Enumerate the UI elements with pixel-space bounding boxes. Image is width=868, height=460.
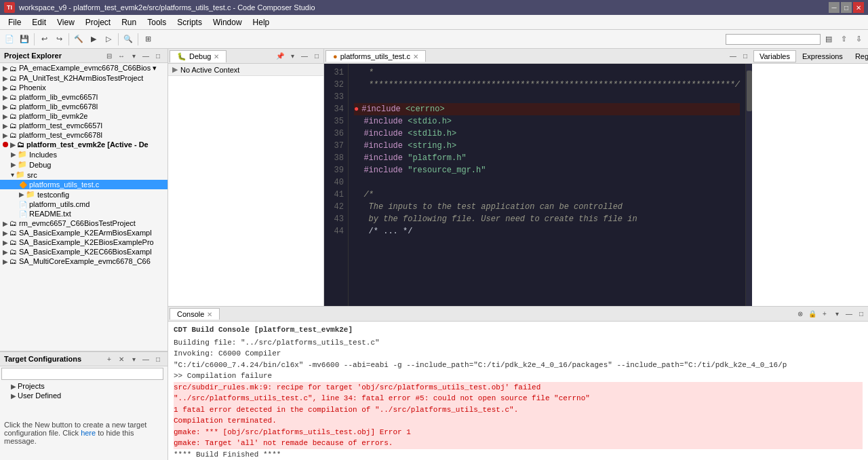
tree-item[interactable]: ▶ 🗂SA_MultiCoreExample_evmc6678_C66	[0, 256, 167, 266]
console-min-icon[interactable]: —	[844, 309, 854, 320]
tree-item[interactable]: ▶ 📁Debug	[0, 159, 167, 170]
run-button[interactable]: ▷	[102, 33, 115, 46]
console-line: **** Build Finished ****	[174, 449, 863, 461]
editor-max-icon[interactable]: □	[740, 51, 751, 62]
tree-item[interactable]: ▶ 🗂platform_lib_evmc6678l	[0, 102, 167, 111]
code-line: #include "platform.h"	[354, 152, 740, 164]
tree-item[interactable]: ▶ 🗂Phoenix	[0, 83, 167, 92]
config-max-icon[interactable]: □	[153, 353, 163, 364]
tree-item[interactable]: 📄platform_utils.cmd	[0, 199, 167, 209]
console-scroll-lock[interactable]: 🔒	[807, 309, 818, 320]
build-button[interactable]: 🔨	[72, 33, 85, 46]
debug-pin-icon[interactable]: 📌	[275, 51, 285, 62]
console-menu-icon[interactable]: ▾	[831, 309, 842, 320]
tree-item[interactable]: ▶ 🗂platform_test_evmc6678l	[0, 130, 167, 140]
new-button[interactable]: 📄	[3, 33, 16, 46]
menu-scripts[interactable]: Scripts	[172, 16, 208, 28]
editor-scrollbar[interactable]	[745, 64, 752, 306]
tree-item-label: SA_BasicExample_K2EC66BiosExampl	[19, 248, 152, 256]
code-line: *	[354, 66, 740, 79]
quick-access-input[interactable]: Quick Access	[726, 34, 821, 45]
new-config-icon[interactable]: +	[104, 353, 115, 364]
console-tab-close[interactable]: ✕	[207, 311, 212, 318]
editor-min-icon[interactable]: —	[728, 51, 738, 62]
undo-button[interactable]: ↩	[37, 33, 51, 46]
menu-edit[interactable]: Edit	[26, 16, 52, 28]
tree-item[interactable]: ▶ 🗂rm_evmc6657_C66BiosTestProject	[0, 218, 167, 228]
perspective-button[interactable]: ⊞	[141, 33, 155, 46]
console-max-icon[interactable]: □	[856, 309, 867, 320]
tree-item[interactable]: ▶ 📁testconfig	[0, 189, 167, 199]
minimize-button[interactable]: ─	[829, 2, 840, 13]
debug-tab-icons: 📌 ▾ — □	[275, 51, 322, 62]
toolbar-icon-1[interactable]: ▤	[822, 33, 835, 46]
config-min-icon[interactable]: —	[140, 353, 151, 364]
menu-file[interactable]: File	[3, 16, 26, 28]
debug-tab[interactable]: 🐛 Debug ✕	[170, 50, 226, 62]
debug-button[interactable]: ▶	[87, 33, 100, 46]
redo-button[interactable]: ↪	[52, 33, 66, 46]
expressions-tab[interactable]: Expressions	[796, 50, 849, 62]
expand-arrow-icon: ▶	[3, 239, 8, 246]
target-config-projects[interactable]: ▶ Projects	[0, 381, 167, 391]
search-button[interactable]: 🔍	[121, 33, 135, 46]
code-editor[interactable]: 3132333435363738394041424344 * *********…	[324, 64, 752, 306]
code-file-tab[interactable]: ● platforms_utils_test.c ✕	[326, 50, 426, 62]
console-line: 1 fatal error detected in the compilatio…	[174, 404, 863, 416]
console-clear-icon[interactable]: ⊗	[795, 309, 806, 320]
target-config-user-defined[interactable]: ▶ User Defined	[0, 391, 167, 400]
tree-item[interactable]: ▶ 🗂SA_BasicExample_K2EBiosExamplePro	[0, 237, 167, 247]
target-config-here-link[interactable]: here	[81, 429, 96, 437]
menu-run[interactable]: Run	[116, 16, 142, 28]
projects-label: Projects	[18, 382, 45, 390]
tree-item[interactable]: ▶ 🗂platform_test_evmc6657l	[0, 121, 167, 130]
scrollbar-thumb[interactable]	[747, 71, 752, 111]
collapse-all-icon[interactable]: ⊟	[104, 50, 115, 61]
arrow-icon: ▶	[11, 392, 16, 400]
save-button[interactable]: 💾	[18, 33, 31, 46]
toolbar-icon-2[interactable]: ⇧	[837, 33, 850, 46]
console-tab[interactable]: Console ✕	[170, 308, 220, 320]
debug-max-icon[interactable]: □	[311, 51, 322, 62]
console-new-icon[interactable]: +	[819, 309, 830, 320]
variables-tab[interactable]: Variables	[753, 50, 796, 62]
tree-item-label: README.txt	[29, 210, 71, 218]
tree-item[interactable]: ▶ 🗂platform_lib_evmk2e	[0, 111, 167, 121]
menu-tools[interactable]: Tools	[142, 16, 172, 28]
tree-item[interactable]: ▶ 🗂platform_test_evmk2e [Active - De	[0, 140, 167, 149]
minimize-view-icon[interactable]: —	[140, 50, 151, 61]
view-menu-icon[interactable]: ▾	[128, 50, 139, 61]
registers-tab[interactable]: Registers	[849, 50, 868, 62]
menu-project[interactable]: Project	[80, 16, 116, 28]
tree-item[interactable]: ▾ 📁src	[0, 170, 167, 180]
tree-item[interactable]: ▶ 🗂platform_lib_evmc6657l	[0, 92, 167, 102]
toolbar-icon-3[interactable]: ⇩	[852, 33, 865, 46]
menu-help[interactable]: Help	[248, 16, 275, 28]
tree-item[interactable]: ▶ 📁Includes	[0, 149, 167, 159]
expand-arrow-icon: ▶	[10, 141, 16, 149]
delete-config-icon[interactable]: ✕	[116, 353, 127, 364]
console-line: "C:/ti/c6000_7.4.24/bin/cl6x" -mv6600 --…	[174, 360, 863, 371]
tree-item[interactable]: ▶ 🗂SA_BasicExample_K2EArmBiosExampl	[0, 228, 167, 237]
code-content[interactable]: * **************************************…	[349, 64, 745, 306]
target-config-filter[interactable]: type filter text	[1, 368, 163, 380]
line-num: 40	[328, 176, 344, 189]
maximize-view-icon[interactable]: □	[153, 50, 163, 61]
tree-item[interactable]: 📄README.txt	[0, 209, 167, 218]
tree-item-label: platform_test_evmc6657l	[19, 121, 102, 130]
tree-item[interactable]: ▶ 🗂PA_emacExample_evmc6678_C66Bios ▾	[0, 63, 167, 73]
close-button[interactable]: ✕	[853, 2, 864, 13]
debug-min-icon[interactable]: —	[299, 51, 310, 62]
tree-item[interactable]: ▶ 🗂PA_UnitTest_K2HArmBiosTestProject	[0, 73, 167, 83]
menu-window[interactable]: Window	[208, 16, 248, 28]
maximize-button[interactable]: □	[841, 2, 852, 13]
tree-item[interactable]: 🔶platforms_utils_test.c	[0, 180, 167, 189]
tree-item[interactable]: ▶ 🗂SA_BasicExample_K2EC66BiosExampl	[0, 247, 167, 256]
menu-view[interactable]: View	[52, 16, 80, 28]
config-menu-icon[interactable]: ▾	[128, 353, 139, 364]
code-tab-close[interactable]: ✕	[413, 53, 418, 60]
debug-menu-icon[interactable]: ▾	[287, 51, 298, 62]
window-title: workspace_v9 - platform_test_evmk2e/src/…	[19, 3, 829, 12]
link-editor-icon[interactable]: ↔	[116, 50, 127, 61]
debug-tab-close[interactable]: ✕	[214, 53, 219, 60]
